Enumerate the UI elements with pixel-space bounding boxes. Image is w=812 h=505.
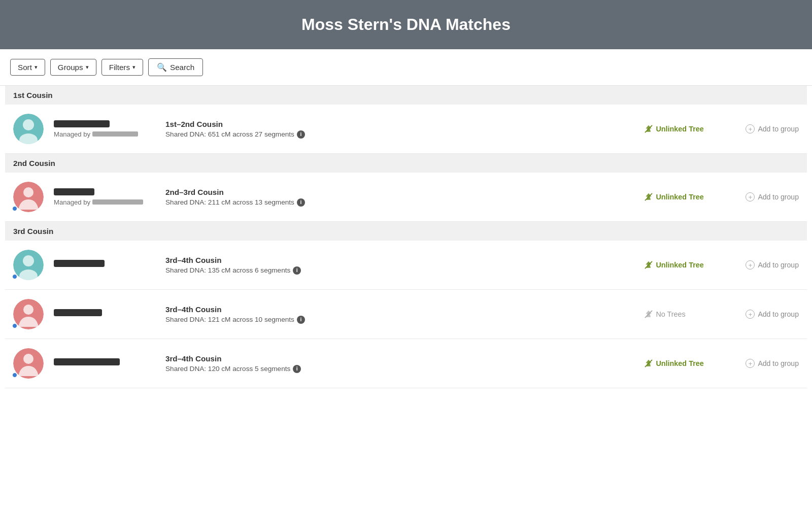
- avatar[interactable]: [13, 114, 44, 144]
- match-relationship[interactable]: 2nd–3rd Cousin: [165, 188, 634, 196]
- add-to-group-button[interactable]: +Add to group: [746, 192, 799, 201]
- add-to-group-label: Add to group: [758, 359, 799, 367]
- filters-label: Filters: [109, 63, 130, 72]
- match-info: 3rd–4th CousinShared DNA: 121 cM across …: [165, 305, 634, 324]
- info-icon[interactable]: i: [293, 365, 301, 373]
- search-icon: 🔍: [157, 62, 167, 72]
- match-info: 1st–2nd CousinShared DNA: 651 cM across …: [165, 120, 634, 139]
- add-to-group-button[interactable]: +Add to group: [746, 124, 799, 133]
- toolbar: Sort ▾ Groups ▾ Filters ▾ 🔍 Search: [0, 49, 812, 86]
- group-header-0: 1st Cousin: [5, 86, 807, 105]
- match-info: 3rd–4th CousinShared DNA: 120 cM across …: [165, 354, 634, 373]
- table-row: 3rd–4th CousinShared DNA: 121 cM across …: [5, 290, 807, 339]
- avatar[interactable]: [13, 299, 44, 329]
- match-dna-info: Shared DNA: 211 cM across 13 segmentsi: [165, 198, 634, 207]
- svg-point-19: [23, 354, 33, 364]
- add-to-group-button[interactable]: +Add to group: [746, 310, 799, 319]
- info-icon[interactable]: i: [293, 266, 301, 275]
- managed-by: Managed by: [54, 198, 155, 206]
- add-to-group-label: Add to group: [758, 310, 799, 318]
- match-dna-info: Shared DNA: 651 cM across 27 segmentsi: [165, 130, 634, 139]
- new-match-dot: [12, 274, 17, 279]
- tree-status[interactable]: Unlinked Tree: [644, 192, 735, 201]
- svg-point-6: [23, 187, 33, 197]
- info-icon[interactable]: i: [297, 198, 305, 207]
- match-relationship[interactable]: 1st–2nd Cousin: [165, 120, 634, 128]
- dna-shared-text: Shared DNA: 121 cM across 10 segments: [165, 316, 294, 323]
- plus-circle-icon: +: [746, 359, 755, 368]
- svg-point-1: [23, 119, 34, 130]
- match-name-block: [54, 358, 155, 368]
- tree-status[interactable]: Unlinked Tree: [644, 124, 735, 133]
- svg-point-15: [23, 305, 33, 315]
- tree-label: Unlinked Tree: [656, 359, 703, 367]
- add-to-group-button[interactable]: +Add to group: [746, 359, 799, 368]
- tree-label: No Trees: [656, 310, 685, 318]
- add-to-group-button[interactable]: +Add to group: [746, 260, 799, 270]
- match-info: 3rd–4th CousinShared DNA: 135 cM across …: [165, 256, 634, 275]
- search-button[interactable]: 🔍 Search: [148, 58, 203, 76]
- groups-button[interactable]: Groups ▾: [50, 59, 96, 76]
- match-name-redacted[interactable]: [54, 309, 102, 316]
- match-dna-info: Shared DNA: 121 cM across 10 segmentsi: [165, 316, 634, 324]
- avatar[interactable]: [13, 250, 44, 280]
- new-match-dot: [12, 206, 17, 211]
- tree-status[interactable]: Unlinked Tree: [644, 359, 735, 368]
- matches-container: 1st Cousin Managed by 1st–2nd CousinShar…: [0, 86, 812, 388]
- add-to-group-label: Add to group: [758, 261, 799, 269]
- match-info: 2nd–3rd CousinShared DNA: 211 cM across …: [165, 188, 634, 207]
- dna-shared-text: Shared DNA: 120 cM across 5 segments: [165, 365, 290, 373]
- tree-status[interactable]: Unlinked Tree: [644, 260, 735, 270]
- sort-button[interactable]: Sort ▾: [10, 59, 45, 76]
- match-dna-info: Shared DNA: 135 cM across 6 segmentsi: [165, 266, 634, 275]
- plus-circle-icon: +: [746, 260, 755, 270]
- tree-label: Unlinked Tree: [656, 193, 703, 201]
- table-row: Managed by 2nd–3rd CousinShared DNA: 211…: [5, 173, 807, 222]
- avatar[interactable]: [13, 182, 44, 212]
- table-row: Managed by 1st–2nd CousinShared DNA: 651…: [5, 105, 807, 154]
- tree-label: Unlinked Tree: [656, 261, 703, 269]
- add-to-group-label: Add to group: [758, 125, 799, 133]
- match-name-block: Managed by: [54, 188, 155, 206]
- page-title: Moss Stern's DNA Matches: [10, 15, 802, 34]
- match-name-redacted[interactable]: [54, 188, 94, 195]
- match-name-redacted[interactable]: [54, 260, 105, 267]
- header: Moss Stern's DNA Matches: [0, 0, 812, 49]
- add-to-group-label: Add to group: [758, 193, 799, 201]
- avatar[interactable]: [13, 348, 44, 379]
- groups-label: Groups: [58, 63, 83, 72]
- match-name-redacted[interactable]: [54, 120, 110, 127]
- group-header-1: 2nd Cousin: [5, 154, 807, 173]
- info-icon[interactable]: i: [297, 316, 305, 324]
- tree-status: No Trees: [644, 310, 735, 319]
- sort-label: Sort: [18, 63, 32, 72]
- groups-chevron-icon: ▾: [86, 64, 89, 71]
- match-dna-info: Shared DNA: 120 cM across 5 segmentsi: [165, 365, 634, 373]
- match-name-block: [54, 260, 155, 270]
- match-name-redacted[interactable]: [54, 358, 120, 365]
- table-row: 3rd–4th CousinShared DNA: 135 cM across …: [5, 241, 807, 290]
- dna-shared-text: Shared DNA: 135 cM across 6 segments: [165, 266, 290, 274]
- info-icon[interactable]: i: [297, 130, 305, 139]
- match-relationship[interactable]: 3rd–4th Cousin: [165, 305, 634, 314]
- plus-circle-icon: +: [746, 124, 755, 133]
- svg-point-10: [23, 255, 34, 266]
- filters-button[interactable]: Filters ▾: [101, 59, 143, 76]
- filters-chevron-icon: ▾: [132, 64, 136, 71]
- new-match-dot: [12, 323, 17, 328]
- search-label: Search: [170, 63, 194, 72]
- plus-circle-icon: +: [746, 310, 755, 319]
- managed-by: Managed by: [54, 130, 155, 138]
- match-relationship[interactable]: 3rd–4th Cousin: [165, 256, 634, 264]
- group-header-2: 3rd Cousin: [5, 222, 807, 241]
- tree-label: Unlinked Tree: [656, 125, 703, 133]
- dna-shared-text: Shared DNA: 651 cM across 27 segments: [165, 130, 294, 138]
- table-row: 3rd–4th CousinShared DNA: 120 cM across …: [5, 339, 807, 388]
- sort-chevron-icon: ▾: [35, 64, 38, 71]
- new-match-dot: [12, 373, 17, 378]
- plus-circle-icon: +: [746, 192, 755, 201]
- match-relationship[interactable]: 3rd–4th Cousin: [165, 354, 634, 363]
- dna-shared-text: Shared DNA: 211 cM across 13 segments: [165, 198, 294, 206]
- match-name-block: [54, 309, 155, 319]
- match-name-block: Managed by: [54, 120, 155, 138]
